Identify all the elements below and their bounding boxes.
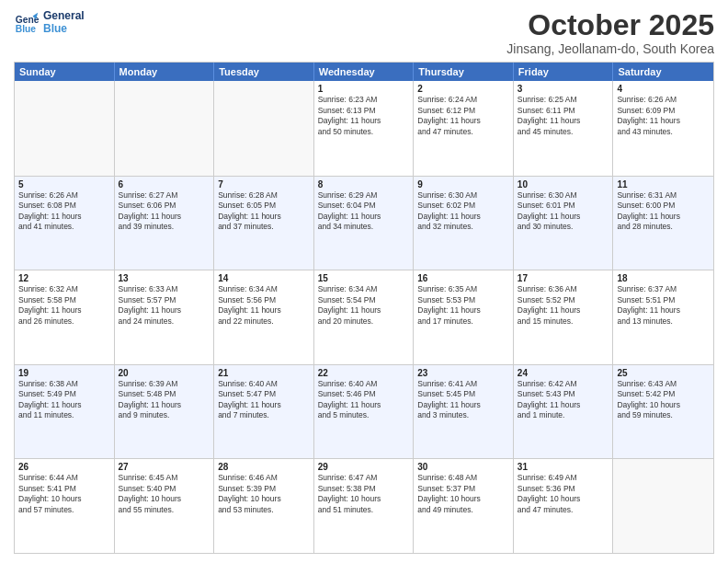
- cell-info: Sunrise: 6:45 AM Sunset: 5:40 PM Dayligh…: [119, 473, 210, 515]
- calendar-cell: 5Sunrise: 6:26 AM Sunset: 6:08 PM Daylig…: [15, 177, 115, 270]
- day-number: 8: [318, 179, 410, 190]
- calendar-body: 1Sunrise: 6:23 AM Sunset: 6:13 PM Daylig…: [15, 81, 713, 553]
- cell-info: Sunrise: 6:27 AM Sunset: 6:06 PM Dayligh…: [119, 190, 210, 233]
- cell-info: Sunrise: 6:29 AM Sunset: 6:04 PM Dayligh…: [318, 190, 410, 233]
- calendar: SundayMondayTuesdayWednesdayThursdayFrid…: [14, 62, 714, 554]
- calendar-cell: 22Sunrise: 6:40 AM Sunset: 5:46 PM Dayli…: [314, 365, 415, 459]
- calendar-cell: 25Sunrise: 6:43 AM Sunset: 5:42 PM Dayli…: [613, 365, 713, 459]
- calendar-cell: 7Sunrise: 6:28 AM Sunset: 6:05 PM Daylig…: [214, 177, 314, 270]
- month-title: October 2025: [506, 9, 714, 41]
- empty-cell: [214, 81, 314, 176]
- location: Jinsang, Jeollanam-do, South Korea: [506, 41, 714, 56]
- logo: General Blue General Blue: [14, 9, 85, 36]
- cell-info: Sunrise: 6:34 AM Sunset: 5:54 PM Dayligh…: [318, 284, 410, 327]
- cell-info: Sunrise: 6:23 AM Sunset: 6:13 PM Dayligh…: [318, 95, 410, 137]
- cell-info: Sunrise: 6:25 AM Sunset: 6:11 PM Dayligh…: [518, 95, 609, 137]
- calendar-cell: 6Sunrise: 6:27 AM Sunset: 6:06 PM Daylig…: [115, 177, 215, 270]
- calendar-row: 19Sunrise: 6:38 AM Sunset: 5:49 PM Dayli…: [15, 364, 713, 459]
- day-number: 23: [417, 368, 509, 378]
- day-number: 20: [119, 368, 210, 378]
- cell-info: Sunrise: 6:31 AM Sunset: 6:00 PM Dayligh…: [617, 190, 710, 233]
- cell-info: Sunrise: 6:26 AM Sunset: 6:08 PM Dayligh…: [18, 190, 110, 233]
- calendar-cell: 3Sunrise: 6:25 AM Sunset: 6:11 PM Daylig…: [514, 81, 614, 176]
- day-number: 2: [417, 84, 509, 94]
- empty-cell: [613, 459, 713, 553]
- day-header-wednesday: Wednesday: [314, 63, 415, 81]
- cell-info: Sunrise: 6:48 AM Sunset: 5:37 PM Dayligh…: [417, 473, 509, 515]
- day-number: 16: [417, 273, 509, 283]
- day-number: 21: [218, 368, 310, 378]
- day-number: 1: [318, 84, 410, 94]
- calendar-cell: 31Sunrise: 6:49 AM Sunset: 5:36 PM Dayli…: [514, 459, 614, 553]
- header: General Blue General Blue October 2025 J…: [14, 9, 714, 56]
- cell-info: Sunrise: 6:33 AM Sunset: 5:57 PM Dayligh…: [119, 284, 210, 327]
- cell-info: Sunrise: 6:28 AM Sunset: 6:05 PM Dayligh…: [218, 190, 310, 233]
- calendar-cell: 14Sunrise: 6:34 AM Sunset: 5:56 PM Dayli…: [214, 270, 314, 364]
- cell-info: Sunrise: 6:46 AM Sunset: 5:39 PM Dayligh…: [218, 473, 310, 515]
- day-header-saturday: Saturday: [613, 63, 713, 81]
- calendar-cell: 9Sunrise: 6:30 AM Sunset: 6:02 PM Daylig…: [414, 177, 514, 270]
- cell-info: Sunrise: 6:41 AM Sunset: 5:45 PM Dayligh…: [417, 379, 509, 421]
- day-header-friday: Friday: [514, 63, 614, 81]
- day-number: 14: [218, 273, 310, 283]
- calendar-cell: 21Sunrise: 6:40 AM Sunset: 5:47 PM Dayli…: [214, 365, 314, 459]
- day-number: 10: [518, 179, 609, 190]
- calendar-row: 12Sunrise: 6:32 AM Sunset: 5:58 PM Dayli…: [15, 270, 713, 364]
- calendar-cell: 8Sunrise: 6:29 AM Sunset: 6:04 PM Daylig…: [314, 177, 415, 270]
- day-number: 12: [18, 273, 110, 283]
- day-number: 19: [18, 368, 110, 378]
- day-number: 9: [417, 179, 509, 190]
- empty-cell: [15, 81, 115, 176]
- logo-blue: Blue: [43, 22, 85, 35]
- calendar-row: 1Sunrise: 6:23 AM Sunset: 6:13 PM Daylig…: [15, 81, 713, 176]
- cell-info: Sunrise: 6:40 AM Sunset: 5:46 PM Dayligh…: [318, 379, 410, 421]
- day-number: 18: [617, 273, 710, 283]
- cell-info: Sunrise: 6:37 AM Sunset: 5:51 PM Dayligh…: [617, 284, 710, 327]
- logo-general: General: [43, 9, 85, 22]
- calendar-cell: 16Sunrise: 6:35 AM Sunset: 5:53 PM Dayli…: [414, 270, 514, 364]
- calendar-cell: 23Sunrise: 6:41 AM Sunset: 5:45 PM Dayli…: [414, 365, 514, 459]
- calendar-cell: 17Sunrise: 6:36 AM Sunset: 5:52 PM Dayli…: [514, 270, 614, 364]
- day-number: 27: [119, 462, 210, 472]
- calendar-row: 5Sunrise: 6:26 AM Sunset: 6:08 PM Daylig…: [15, 176, 713, 270]
- calendar-cell: 19Sunrise: 6:38 AM Sunset: 5:49 PM Dayli…: [15, 365, 115, 459]
- cell-info: Sunrise: 6:30 AM Sunset: 6:02 PM Dayligh…: [417, 190, 509, 233]
- calendar-header: SundayMondayTuesdayWednesdayThursdayFrid…: [15, 63, 713, 81]
- cell-info: Sunrise: 6:38 AM Sunset: 5:49 PM Dayligh…: [18, 379, 110, 421]
- day-number: 7: [218, 179, 310, 190]
- cell-info: Sunrise: 6:47 AM Sunset: 5:38 PM Dayligh…: [318, 473, 410, 515]
- calendar-cell: 24Sunrise: 6:42 AM Sunset: 5:43 PM Dayli…: [514, 365, 614, 459]
- day-number: 25: [617, 368, 710, 378]
- cell-info: Sunrise: 6:42 AM Sunset: 5:43 PM Dayligh…: [518, 379, 609, 421]
- cell-info: Sunrise: 6:36 AM Sunset: 5:52 PM Dayligh…: [518, 284, 609, 327]
- svg-text:Blue: Blue: [16, 25, 37, 35]
- calendar-cell: 29Sunrise: 6:47 AM Sunset: 5:38 PM Dayli…: [314, 459, 415, 553]
- day-number: 13: [119, 273, 210, 283]
- calendar-cell: 18Sunrise: 6:37 AM Sunset: 5:51 PM Dayli…: [613, 270, 713, 364]
- day-number: 17: [518, 273, 609, 283]
- calendar-cell: 10Sunrise: 6:30 AM Sunset: 6:01 PM Dayli…: [514, 177, 614, 270]
- calendar-cell: 11Sunrise: 6:31 AM Sunset: 6:00 PM Dayli…: [613, 177, 713, 270]
- cell-info: Sunrise: 6:49 AM Sunset: 5:36 PM Dayligh…: [518, 473, 609, 515]
- day-header-sunday: Sunday: [15, 63, 115, 81]
- calendar-cell: 27Sunrise: 6:45 AM Sunset: 5:40 PM Dayli…: [115, 459, 215, 553]
- logo-icon: General Blue: [14, 9, 40, 35]
- day-number: 26: [18, 462, 110, 472]
- day-number: 30: [417, 462, 509, 472]
- day-number: 31: [518, 462, 609, 472]
- calendar-cell: 2Sunrise: 6:24 AM Sunset: 6:12 PM Daylig…: [414, 81, 514, 176]
- day-header-tuesday: Tuesday: [214, 63, 314, 81]
- cell-info: Sunrise: 6:35 AM Sunset: 5:53 PM Dayligh…: [417, 284, 509, 327]
- calendar-row: 26Sunrise: 6:44 AM Sunset: 5:41 PM Dayli…: [15, 458, 713, 553]
- calendar-cell: 12Sunrise: 6:32 AM Sunset: 5:58 PM Dayli…: [15, 270, 115, 364]
- day-number: 11: [617, 179, 710, 190]
- day-number: 29: [318, 462, 410, 472]
- calendar-cell: 13Sunrise: 6:33 AM Sunset: 5:57 PM Dayli…: [115, 270, 215, 364]
- calendar-cell: 28Sunrise: 6:46 AM Sunset: 5:39 PM Dayli…: [214, 459, 314, 553]
- calendar-cell: 26Sunrise: 6:44 AM Sunset: 5:41 PM Dayli…: [15, 459, 115, 553]
- cell-info: Sunrise: 6:43 AM Sunset: 5:42 PM Dayligh…: [617, 379, 710, 421]
- day-number: 15: [318, 273, 410, 283]
- calendar-cell: 1Sunrise: 6:23 AM Sunset: 6:13 PM Daylig…: [314, 81, 415, 176]
- day-number: 6: [119, 179, 210, 190]
- calendar-cell: 15Sunrise: 6:34 AM Sunset: 5:54 PM Dayli…: [314, 270, 415, 364]
